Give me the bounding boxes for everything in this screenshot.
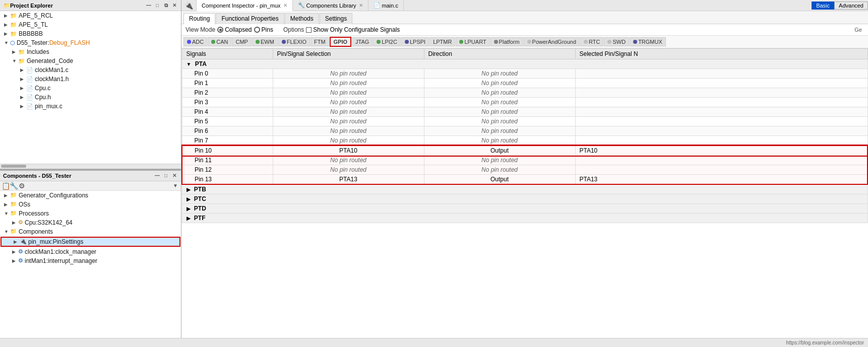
table-row[interactable]: Pin 4 No pin routed No pin routed — [182, 107, 867, 117]
cell-pin13-selection[interactable]: PTA13 — [273, 175, 424, 185]
label-trgmux: TRGMUX — [638, 39, 662, 45]
dot-lpuart — [459, 40, 463, 44]
group-pta[interactable]: ▼ PTA — [182, 59, 867, 69]
tree-item-cpuh[interactable]: ▶ 📄 Cpu.h — [0, 93, 181, 102]
cell-pin10-selection[interactable]: PTA10 — [273, 146, 424, 156]
tree-item-ape5tl[interactable]: ▶ 📁 APE_5_TL — [0, 20, 181, 29]
table-row[interactable]: Pin 7 No pin routed No pin routed — [182, 136, 867, 146]
signal-tab-ftm[interactable]: FTM — [311, 37, 329, 46]
group-ptc[interactable]: ▶ PTC — [182, 194, 867, 204]
comp-tree-components[interactable]: ▼ 📁 Components — [0, 227, 181, 236]
signal-tab-lpuart[interactable]: LPUART — [456, 37, 489, 46]
signal-tabs-bar: ADC CAN CMP EWM FLEXIO FTM — [181, 36, 868, 48]
signals-table-container[interactable]: Signals Pin/Signal Selection Direction S… — [181, 48, 868, 338]
comp-tree-pinmux[interactable]: ▶ 🔌 pin_mux:PinSettings — [1, 237, 180, 247]
icon-cpu: ⚙ — [18, 219, 23, 226]
signal-tab-flexio[interactable]: FLEXIO — [278, 37, 310, 46]
signal-tab-ewm[interactable]: EWM — [252, 37, 278, 46]
tree-item-pinmuxc[interactable]: ▶ 📄 pin_mux.c — [0, 102, 181, 111]
cell-pin4-signal: Pin 4 — [182, 107, 273, 117]
radio-collapsed-btn[interactable] — [217, 27, 223, 33]
tree-item-cpuc[interactable]: ▶ 📄 Cpu.c — [0, 84, 181, 93]
basic-button[interactable]: Basic — [812, 2, 834, 10]
signal-tab-adc[interactable]: ADC — [183, 37, 207, 46]
table-row[interactable]: Pin 3 No pin routed No pin routed — [182, 98, 867, 107]
advanced-button[interactable]: Advanced — [834, 2, 868, 10]
comp-toolbar-icon1[interactable]: 📋 — [2, 182, 9, 189]
tab-component-inspector[interactable]: Component Inspector - pin_mux ✕ — [197, 0, 293, 11]
comp-maximize-icon[interactable]: □ — [162, 172, 169, 179]
comp-tree-oss[interactable]: ▶ 📁 OSs — [0, 200, 181, 209]
minimize-icon[interactable]: — — [145, 2, 152, 9]
tab-main-c[interactable]: 📄 main.c — [368, 0, 404, 11]
close-icon[interactable]: ✕ — [171, 2, 178, 9]
comp-tree-clockman[interactable]: ▶ ⚙ clockMan1:clock_manager — [0, 247, 181, 256]
table-row-pin10[interactable]: Pin 10 PTA10 Output PTA10 — [182, 146, 867, 156]
comp-close-icon[interactable]: ✕ — [171, 172, 178, 179]
maximize-icon[interactable]: □ — [154, 2, 161, 9]
signal-tab-lptmr[interactable]: LPTMR — [429, 37, 455, 46]
cell-pin10-signal: Pin 10 — [182, 146, 273, 156]
signal-tab-can[interactable]: CAN — [208, 37, 231, 46]
comp-minimize-icon[interactable]: — — [154, 172, 161, 179]
checkbox-show-configurable[interactable]: Show Only Configurable Signals — [306, 26, 400, 33]
tab-components-library-close[interactable]: ✕ — [359, 3, 363, 8]
label-cpu: Cpu:S32K142_64 — [25, 219, 73, 226]
tab-routing[interactable]: Routing — [183, 13, 215, 24]
ptc-arrow: ▶ — [187, 196, 191, 202]
signal-tab-lpi2c[interactable]: LPI2C — [373, 37, 401, 46]
table-row-pin11[interactable]: Pin 11 No pin routed No pin routed — [182, 156, 867, 165]
signal-tab-gpio[interactable]: GPIO — [330, 37, 352, 47]
group-ptb[interactable]: ▶ PTB — [182, 184, 867, 194]
tree-item-bbbbb[interactable]: ▶ 📁 BBBBBB — [0, 29, 181, 38]
tree-item-clockman1c[interactable]: ▶ 📄 clockMan1.c — [0, 65, 181, 75]
signal-tab-cmp[interactable]: CMP — [232, 37, 251, 46]
table-row-pin12[interactable]: Pin 12 No pin routed No pin routed — [182, 165, 867, 175]
group-ptd[interactable]: ▶ PTD — [182, 204, 867, 214]
tree-item-ape5rcl[interactable]: ▶ 📁 APE_5_RCL — [0, 11, 181, 20]
tab-methods[interactable]: Methods — [285, 13, 319, 24]
signal-tab-lpspi[interactable]: LPSPI — [401, 37, 429, 46]
comp-toolbar-arrow[interactable]: ▼ — [172, 182, 179, 189]
group-ptf[interactable]: ▶ PTF — [182, 214, 867, 223]
table-row-pin13[interactable]: Pin 13 PTA13 Output PTA13 — [182, 175, 867, 185]
checkbox-show-configurable-box[interactable] — [306, 27, 312, 33]
radio-pins[interactable]: Pins — [254, 26, 273, 33]
signal-tab-jtag[interactable]: JTAG — [352, 37, 373, 46]
project-tree-scrollbar[interactable] — [0, 164, 181, 169]
radio-collapsed[interactable]: Collapsed — [217, 26, 252, 33]
table-row[interactable]: Pin 0 No pin routed No pin routed — [182, 69, 867, 79]
radio-pins-btn[interactable] — [254, 27, 260, 33]
tree-item-clockman1h[interactable]: ▶ 📄 clockMan1.h — [0, 75, 181, 84]
comp-toolbar-icon2[interactable]: 🔧 — [10, 182, 17, 189]
tree-item-generated-code[interactable]: ▼ 📁 Generated_Code — [0, 56, 181, 65]
comp-tree-gen-configs[interactable]: ▶ 📁 Generator_Configurations — [0, 191, 181, 200]
tree-item-d55tester[interactable]: ▼ ⬡ D55_Tester: Debug_FLASH — [0, 38, 181, 47]
comp-tree-cpu[interactable]: ▶ ⚙ Cpu:S32K142_64 — [0, 218, 181, 227]
tab-component-inspector-close[interactable]: ✕ — [283, 3, 287, 8]
tab-components-library[interactable]: 🔧 Components Library ✕ — [293, 0, 368, 11]
tree-item-includes[interactable]: ▶ 📁 Includes — [0, 47, 181, 56]
signal-tab-powerandground[interactable]: PowerAndGround — [524, 37, 580, 46]
label-clockman: clockMan1:clock_manager — [25, 248, 96, 255]
project-tree[interactable]: ▶ 📁 APE_5_RCL ▶ 📁 APE_5_TL ▶ — [0, 11, 181, 164]
table-row[interactable]: Pin 5 No pin routed No pin routed — [182, 117, 867, 126]
components-tree[interactable]: ▶ 📁 Generator_Configurations ▶ 📁 OSs — [0, 191, 181, 338]
comp-tree-processors[interactable]: ▼ 📁 Processors — [0, 209, 181, 218]
table-row[interactable]: Pin 2 No pin routed No pin routed — [182, 88, 867, 98]
signal-tab-rtc[interactable]: RTC — [580, 37, 603, 46]
restore-icon[interactable]: ⧉ — [162, 2, 169, 9]
comp-toolbar-icon3[interactable]: ⚙ — [18, 182, 25, 189]
signal-tab-platform[interactable]: Platform — [490, 37, 523, 46]
tab-functional[interactable]: Functional Properties — [216, 13, 284, 24]
cell-pin6-selected — [575, 126, 867, 136]
table-row[interactable]: Pin 1 No pin routed No pin routed — [182, 79, 867, 88]
arrow-clockman1c: ▶ — [20, 67, 26, 73]
cell-pin11-direction: No pin routed — [424, 156, 575, 165]
signal-tab-swd[interactable]: SWD — [604, 37, 629, 46]
table-row[interactable]: Pin 6 No pin routed No pin routed — [182, 126, 867, 136]
comp-tree-intman[interactable]: ▶ ⚙ intMan1:interrupt_manager — [0, 256, 181, 265]
components-header: Components - D55_Tester — □ ✕ — [0, 170, 181, 181]
signal-tab-trgmux[interactable]: TRGMUX — [630, 37, 666, 46]
tab-settings[interactable]: Settings — [320, 13, 352, 24]
